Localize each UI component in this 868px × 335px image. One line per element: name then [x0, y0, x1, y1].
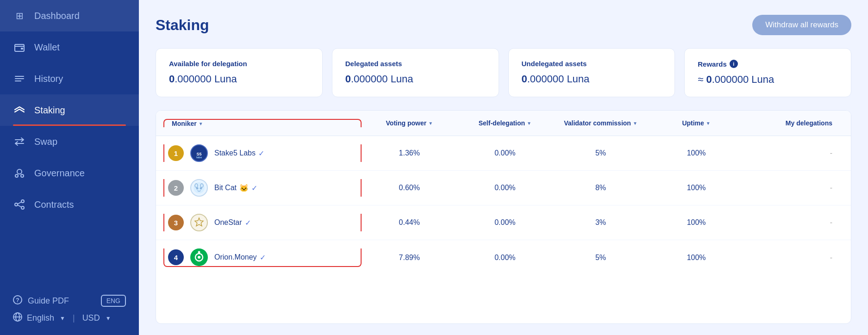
voting-power-4: 7.89%: [362, 254, 457, 262]
th-uptime[interactable]: Uptime ▼: [649, 119, 744, 127]
rank-badge-3: 3: [168, 215, 184, 230]
moniker-cell-4: 4 Orion.Money ✓: [163, 248, 362, 267]
self-delegation-1: 0.00%: [457, 149, 553, 157]
svg-text:labs: labs: [196, 156, 202, 158]
self-delegation-sort-icon: ▼: [527, 121, 531, 126]
language-chevron: ▼: [60, 315, 65, 322]
validator-logo-1: S5 labs: [190, 144, 208, 162]
my-delegations-4: -: [744, 254, 840, 262]
stat-label-undelegated: Undelegated assets: [522, 60, 662, 68]
verified-icon-1: ✓: [258, 149, 264, 158]
moniker-sort-icon: ▼: [199, 121, 203, 126]
svg-rect-1: [21, 48, 23, 50]
rewards-approx: ≈: [698, 74, 706, 85]
rank-badge-1: 1: [168, 145, 184, 161]
voting-power-3: 0.44%: [362, 218, 457, 227]
validator-name-4: Orion.Money ✓: [214, 253, 266, 262]
svg-line-12: [18, 205, 21, 207]
sidebar-label-dashboard: Dashboard: [34, 11, 80, 21]
commission-4: 5%: [553, 254, 649, 262]
stat-label-delegated: Delegated assets: [345, 60, 486, 68]
sidebar-item-governance[interactable]: Governance: [0, 157, 139, 189]
uptime-1: 100%: [649, 149, 744, 157]
rewards-decimal: .000000 Luna: [712, 74, 774, 85]
th-voting-power[interactable]: Voting power ▼: [362, 119, 457, 127]
language-label: English: [27, 313, 54, 323]
validator-logo-3: [190, 214, 208, 231]
sidebar-item-contracts[interactable]: Contracts: [0, 189, 139, 220]
svg-point-9: [21, 200, 24, 203]
stat-value-delegated: 0.000000 Luna: [345, 73, 486, 85]
sidebar-label-contracts: Contracts: [34, 199, 74, 210]
validators-table: Moniker ▼ Voting power ▼ Self-delegation…: [156, 110, 851, 324]
moniker-cell-1: 1 S5 labs Stake5 Labs ✓: [163, 144, 362, 162]
guide-pdf-label: Guide PDF: [28, 296, 69, 306]
stats-row: Available for delegation 0.000000 Luna D…: [156, 48, 851, 97]
rewards-info-icon[interactable]: i: [730, 60, 738, 68]
validator-name-2: Bit Cat 🐱 ✓: [214, 184, 257, 192]
commission-2: 8%: [553, 184, 649, 192]
uptime-sort-icon: ▼: [706, 121, 711, 126]
svg-line-11: [18, 202, 21, 205]
svg-point-21: [195, 184, 198, 187]
currency-chevron: ▼: [106, 315, 111, 322]
delegated-decimal: .000000 Luna: [351, 73, 413, 85]
uptime-4: 100%: [649, 254, 744, 262]
sidebar-item-staking[interactable]: Staking: [0, 94, 139, 126]
page-title: Staking: [156, 17, 209, 34]
th-commission[interactable]: Validator commission ▼: [553, 119, 649, 127]
th-moniker[interactable]: Moniker ▼: [163, 119, 362, 127]
stat-label-available: Available for delegation: [169, 60, 309, 68]
page-header: Staking Withdraw all rewards: [156, 15, 851, 35]
commission-1: 5%: [553, 149, 649, 157]
rank-badge-4: 4: [168, 249, 184, 265]
voting-power-1: 1.36%: [362, 149, 457, 157]
governance-icon: [13, 167, 26, 180]
my-delegations-1: -: [744, 149, 840, 157]
globe-icon: [13, 312, 22, 324]
eng-badge: ENG: [101, 295, 126, 307]
svg-point-6: [15, 174, 18, 177]
table-row[interactable]: 1 S5 labs Stake5 Labs ✓ 1.36% 0.00% 5%: [156, 136, 851, 171]
sidebar-item-wallet[interactable]: Wallet: [0, 31, 139, 63]
stat-card-delegated: Delegated assets 0.000000 Luna: [332, 48, 499, 97]
stat-card-available: Available for delegation 0.000000 Luna: [156, 48, 323, 97]
wallet-icon: [13, 41, 26, 54]
table-row[interactable]: 2 Bit Cat 🐱 ✓: [156, 171, 851, 205]
verified-icon-4: ✓: [260, 253, 266, 262]
rank-badge-2: 2: [168, 180, 184, 196]
stat-value-rewards: ≈ 0.000000 Luna: [698, 74, 838, 86]
stat-card-rewards: Rewards i ≈ 0.000000 Luna: [684, 48, 851, 97]
staking-icon: [13, 104, 26, 117]
stat-value-undelegated: 0.000000 Luna: [522, 73, 662, 85]
my-delegations-3: -: [744, 218, 840, 227]
svg-point-10: [21, 206, 24, 209]
commission-3: 3%: [553, 218, 649, 227]
language-row[interactable]: English ▼ | USD ▼: [13, 312, 126, 324]
validator-name-1: Stake5 Labs ✓: [214, 149, 264, 158]
svg-point-28: [198, 256, 200, 259]
table-row[interactable]: 4 Orion.Money ✓ 7.89%: [156, 240, 851, 275]
svg-point-24: [200, 187, 202, 190]
stat-card-undelegated: Undelegated assets 0.000000 Luna: [508, 48, 675, 97]
svg-point-5: [17, 169, 22, 174]
svg-point-29: [198, 251, 200, 254]
sidebar-item-history[interactable]: History: [0, 63, 139, 94]
svg-point-7: [21, 174, 24, 177]
withdraw-all-rewards-button[interactable]: Withdraw all rewards: [752, 15, 851, 35]
table-row[interactable]: 3 OneStar ✓ 0.44% 0.00% 3% 100% -: [156, 205, 851, 240]
sidebar: ⊞ Dashboard Wallet History Staking Swa: [0, 0, 139, 335]
th-self-delegation[interactable]: Self-delegation ▼: [457, 119, 553, 127]
sidebar-item-dashboard[interactable]: ⊞ Dashboard: [0, 0, 139, 31]
stat-label-rewards: Rewards i: [698, 60, 838, 68]
my-delegations-2: -: [744, 184, 840, 192]
currency-label: USD: [82, 313, 100, 323]
sidebar-label-staking: Staking: [34, 105, 65, 116]
history-icon: [13, 72, 26, 85]
stat-value-available: 0.000000 Luna: [169, 73, 309, 85]
dashboard-icon: ⊞: [13, 9, 26, 22]
sidebar-item-swap[interactable]: Swap: [0, 126, 139, 157]
moniker-cell-2: 2 Bit Cat 🐱 ✓: [163, 179, 362, 197]
guide-pdf-row[interactable]: ? Guide PDF ENG: [13, 295, 126, 307]
available-decimal: .000000 Luna: [175, 73, 237, 85]
